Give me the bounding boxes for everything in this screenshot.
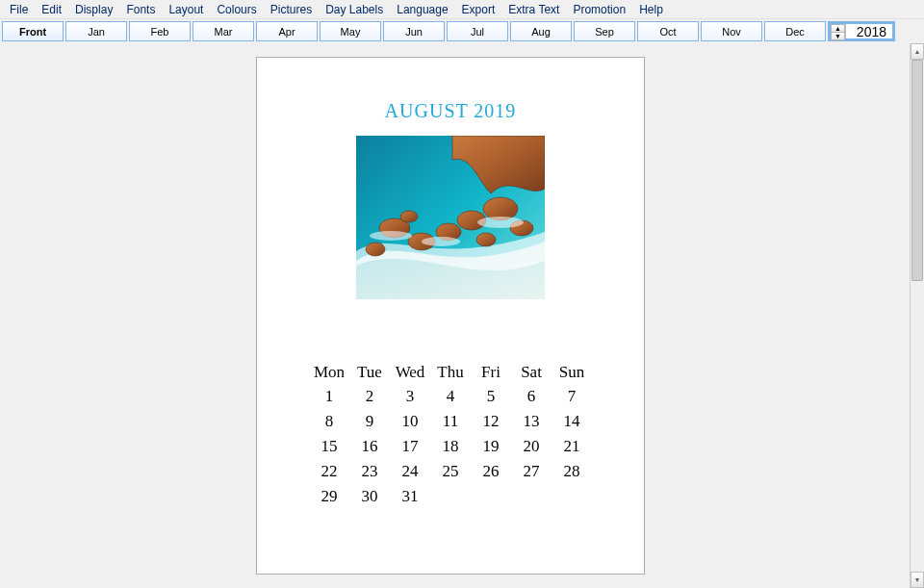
- day-header-wed: Wed: [390, 361, 430, 384]
- year-spinner-buttons: ▲ ▼: [831, 24, 846, 38]
- month-btn-dec[interactable]: Dec: [764, 21, 826, 41]
- day-header-sun: Sun: [552, 361, 592, 384]
- day-cell: 19: [471, 434, 511, 459]
- month-btn-jul[interactable]: Jul: [447, 21, 508, 41]
- menu-promotion[interactable]: Promotion: [567, 1, 631, 18]
- month-btn-nov[interactable]: Nov: [701, 21, 762, 41]
- scroll-down-icon[interactable]: ▾: [911, 572, 924, 588]
- calendar-page[interactable]: AUGUST 2019: [256, 57, 645, 575]
- menu-display[interactable]: Display: [69, 1, 118, 18]
- day-cell: 17: [390, 434, 430, 459]
- day-cell: 23: [349, 459, 390, 484]
- day-cell: 1: [309, 384, 349, 409]
- menu-export[interactable]: Export: [456, 1, 501, 18]
- day-cell: 3: [390, 384, 430, 409]
- day-cell: 25: [430, 459, 471, 484]
- day-cell: 18: [430, 434, 471, 459]
- calendar-photo[interactable]: [356, 136, 545, 299]
- month-btn-apr[interactable]: Apr: [256, 21, 318, 41]
- svg-point-7: [366, 243, 385, 256]
- day-cell: 12: [471, 409, 511, 434]
- menu-file[interactable]: File: [4, 1, 34, 18]
- spin-up-icon[interactable]: ▲: [831, 24, 845, 33]
- month-btn-aug[interactable]: Aug: [510, 21, 572, 41]
- day-cell: 13: [511, 409, 552, 434]
- month-btn-feb[interactable]: Feb: [129, 21, 191, 41]
- day-cell: 31: [390, 484, 430, 509]
- day-header-fri: Fri: [471, 361, 511, 384]
- svg-point-11: [422, 237, 460, 246]
- day-cell: 27: [511, 459, 552, 484]
- month-toolbar: Front Jan Feb Mar Apr May Jun Jul Aug Se…: [0, 19, 924, 44]
- menu-colours[interactable]: Colours: [211, 1, 262, 18]
- menu-fonts[interactable]: Fonts: [120, 1, 161, 18]
- day-cell: [552, 484, 592, 509]
- month-btn-jan[interactable]: Jan: [65, 21, 127, 41]
- day-cell: [471, 484, 511, 509]
- year-spinner[interactable]: ▲ ▼ 2018: [828, 21, 895, 41]
- month-btn-may[interactable]: May: [320, 21, 381, 41]
- spin-down-icon[interactable]: ▼: [831, 33, 845, 40]
- day-cell: 6: [511, 384, 552, 409]
- day-cell: 7: [552, 384, 592, 409]
- day-cell: 5: [471, 384, 511, 409]
- menu-extra-text[interactable]: Extra Text: [502, 1, 565, 18]
- svg-point-12: [477, 217, 524, 228]
- day-cell: 2: [349, 384, 390, 409]
- month-btn-jun[interactable]: Jun: [383, 21, 445, 41]
- workspace: AUGUST 2019: [0, 43, 924, 588]
- day-header-mon: Mon: [309, 361, 349, 384]
- month-btn-oct[interactable]: Oct: [637, 21, 699, 41]
- menu-language[interactable]: Language: [391, 1, 453, 18]
- day-cell: 22: [309, 459, 349, 484]
- month-btn-front[interactable]: Front: [2, 21, 64, 41]
- day-cell: 4: [430, 384, 471, 409]
- day-cell: 24: [390, 459, 430, 484]
- menu-day-labels[interactable]: Day Labels: [320, 1, 389, 18]
- day-cell: 28: [552, 459, 592, 484]
- menu-pictures[interactable]: Pictures: [265, 1, 318, 18]
- calendar-grid: Mon Tue Wed Thu Fri Sat Sun 1 2 3 4 5 6 …: [257, 361, 644, 509]
- month-btn-sep[interactable]: Sep: [574, 21, 635, 41]
- month-btn-mar[interactable]: Mar: [192, 21, 254, 41]
- day-cell: 16: [349, 434, 390, 459]
- svg-point-9: [476, 233, 496, 246]
- svg-point-8: [400, 211, 418, 222]
- day-cell: 10: [390, 409, 430, 434]
- vertical-scrollbar[interactable]: ▴ ▾: [910, 43, 924, 588]
- svg-point-10: [370, 231, 412, 241]
- day-cell: 20: [511, 434, 552, 459]
- year-value[interactable]: 2018: [846, 24, 892, 38]
- scroll-thumb[interactable]: [911, 60, 923, 281]
- day-cell: 14: [552, 409, 592, 434]
- calendar-page-container: AUGUST 2019: [256, 57, 654, 584]
- day-header-sat: Sat: [511, 361, 552, 384]
- day-cell: 21: [552, 434, 592, 459]
- day-header-tue: Tue: [349, 361, 390, 384]
- scroll-up-icon[interactable]: ▴: [911, 43, 924, 60]
- day-cell: 15: [309, 434, 349, 459]
- menu-edit[interactable]: Edit: [36, 1, 67, 18]
- scroll-track[interactable]: [911, 60, 924, 572]
- day-cell: 30: [349, 484, 390, 509]
- day-cell: 26: [471, 459, 511, 484]
- menu-help[interactable]: Help: [633, 1, 669, 18]
- day-header-thu: Thu: [430, 361, 471, 384]
- page-title: AUGUST 2019: [257, 100, 644, 122]
- day-cell: 29: [309, 484, 349, 509]
- menu-bar: File Edit Display Fonts Layout Colours P…: [0, 0, 924, 19]
- day-cell: 8: [309, 409, 349, 434]
- beach-rocks-icon: [356, 136, 545, 299]
- day-cell: 9: [349, 409, 390, 434]
- day-cell: [430, 484, 471, 509]
- day-cell: 11: [430, 409, 471, 434]
- menu-layout[interactable]: Layout: [163, 1, 209, 18]
- day-cell: [511, 484, 552, 509]
- month-buttons: Front Jan Feb Mar Apr May Jun Jul Aug Se…: [2, 21, 826, 41]
